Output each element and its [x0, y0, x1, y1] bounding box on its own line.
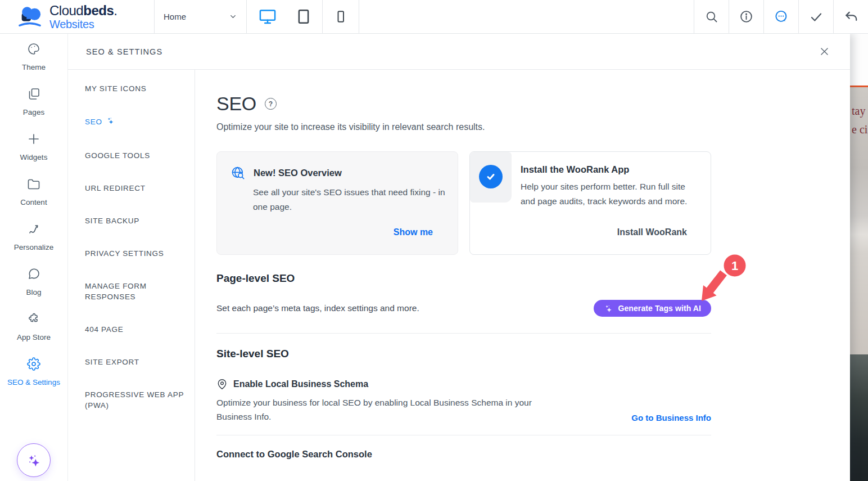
- seo-overview-card: New! SEO Overview See all your site's SE…: [216, 151, 458, 255]
- site-preview-strip: tay e ci: [850, 34, 868, 481]
- page-title: SEO: [216, 93, 256, 115]
- globe-search-icon: [230, 165, 246, 181]
- woorank-card: Install the WooRank App Help your sites …: [469, 151, 711, 255]
- search-button[interactable]: [694, 0, 729, 33]
- preview-photo-lower: [850, 354, 868, 481]
- menu-item-seo[interactable]: SEO: [85, 116, 184, 128]
- cloudbeds-logo: Cloudbeds. Websites: [0, 0, 155, 33]
- sidebar-item-app-store[interactable]: App Store: [0, 304, 67, 349]
- seo-content: SEO ? Optimize your site to increase its…: [195, 70, 850, 481]
- schema-title: Enable Local Business Schema: [233, 379, 368, 389]
- brand-wordmark: Cloudbeds. Websites: [49, 4, 117, 30]
- close-panel-button[interactable]: [816, 44, 832, 60]
- menu-item-manage-form-responses[interactable]: MANAGE FORM RESPONSES: [85, 281, 184, 302]
- panel-body: MY SITE ICONS SEO GOOGLE TOOLS URL REDIR…: [68, 70, 850, 481]
- sidebar-item-content[interactable]: Content: [0, 169, 67, 214]
- ai-sparkle-icon: [106, 119, 115, 127]
- woorank-logo-block: [470, 152, 512, 203]
- install-woorank-link[interactable]: Install WooRank: [617, 227, 687, 237]
- folder-icon: [27, 177, 40, 191]
- settings-menu: MY SITE ICONS SEO GOOGLE TOOLS URL REDIR…: [68, 70, 195, 481]
- check-icon: [809, 10, 824, 24]
- panel-header: SEO & SETTINGS: [68, 34, 850, 70]
- top-bar: Cloudbeds. Websites Home: [0, 0, 868, 34]
- gear-icon: [27, 357, 40, 371]
- card-title: New! SEO Overview: [254, 168, 342, 178]
- plus-icon: [27, 132, 40, 146]
- undo-icon: [844, 10, 858, 24]
- device-preview-phone: [323, 0, 359, 33]
- search-icon: [705, 10, 718, 24]
- feedback-button[interactable]: [763, 0, 798, 33]
- ai-assistant-button[interactable]: [17, 443, 51, 477]
- preview-text-fragment: tay: [852, 102, 868, 120]
- sidebar-item-seo-settings[interactable]: SEO & Settings: [0, 349, 67, 394]
- preview-text-fragment: e ci: [852, 120, 868, 139]
- menu-item-site-export[interactable]: SITE EXPORT: [85, 357, 184, 367]
- card-title: Install the WooRank App: [521, 164, 697, 175]
- path-icon: [27, 222, 40, 236]
- divider: [216, 333, 711, 334]
- sidebar-item-blog[interactable]: Blog: [0, 259, 67, 304]
- save-confirm-button[interactable]: [798, 0, 833, 33]
- site-level-seo-heading: Site-level SEO: [216, 348, 711, 360]
- card-description: See all your site's SEO issues that need…: [253, 185, 450, 214]
- palette-icon: [27, 42, 40, 56]
- schema-description: Optimize your business for local SEO by …: [216, 395, 565, 424]
- promo-cards: New! SEO Overview See all your site's SE…: [216, 151, 711, 255]
- topbar-actions: [694, 0, 868, 33]
- preview-photo-upper: tay e ci: [850, 87, 868, 354]
- sidebar-item-widgets[interactable]: Widgets: [0, 124, 67, 169]
- device-preview-switch: [247, 0, 323, 33]
- seo-settings-panel: SEO & SETTINGS MY SITE ICONS SEO GOOGLE …: [68, 34, 850, 481]
- menu-item-site-backup[interactable]: SITE BACKUP: [85, 215, 184, 226]
- chat-bubble-icon: [27, 267, 40, 281]
- menu-item-url-redirect[interactable]: URL REDIRECT: [85, 183, 184, 194]
- info-icon: [739, 10, 753, 24]
- sidebar-item-personalize[interactable]: Personalize: [0, 214, 67, 259]
- woorank-icon: [479, 165, 503, 188]
- mobile-icon[interactable]: [334, 7, 347, 26]
- sparkle-icon: [604, 304, 613, 313]
- menu-item-privacy-settings[interactable]: PRIVACY SETTINGS: [85, 248, 184, 259]
- divider: [216, 435, 711, 435]
- menu-item-404-page[interactable]: 404 PAGE: [85, 324, 184, 335]
- sidebar-item-theme[interactable]: Theme: [0, 34, 67, 79]
- tablet-icon[interactable]: [295, 7, 312, 26]
- pages-icon: [27, 87, 40, 101]
- app-body: Theme Pages Widgets Content Personalize: [0, 34, 868, 481]
- page-subtitle: Optimize your site to increase its visib…: [216, 122, 711, 132]
- sidebar-item-pages[interactable]: Pages: [0, 79, 67, 124]
- help-icon[interactable]: ?: [265, 98, 277, 110]
- google-search-console-heading: Connect to Google Search Console: [216, 449, 711, 460]
- left-rail: Theme Pages Widgets Content Personalize: [0, 34, 68, 481]
- show-me-link[interactable]: Show me: [394, 227, 433, 237]
- panel-title: SEO & SETTINGS: [86, 47, 162, 56]
- chevron-down-icon: [229, 12, 237, 21]
- menu-item-progressive-web-app[interactable]: PROGRESSIVE WEB APP (PWA): [85, 389, 184, 411]
- page-selector-dropdown[interactable]: Home: [155, 0, 247, 33]
- sparkles-icon: [26, 453, 42, 468]
- topbar-spacer: [359, 0, 694, 33]
- desktop-icon[interactable]: [257, 7, 278, 26]
- go-to-business-info-link[interactable]: Go to Business Info: [631, 413, 711, 422]
- chat-dots-icon: [774, 10, 788, 24]
- card-description: Help your sites perform better. Run full…: [521, 179, 697, 209]
- puzzle-icon: [27, 312, 40, 326]
- location-pin-icon: [216, 379, 228, 390]
- generate-tags-ai-button[interactable]: Generate Tags with AI: [594, 300, 711, 317]
- undo-button[interactable]: [833, 0, 868, 33]
- page-selector-value: Home: [164, 12, 186, 21]
- page-level-seo-heading: Page-level SEO: [216, 272, 711, 285]
- page-level-description: Set each page’s meta tags, index setting…: [216, 303, 419, 313]
- info-button[interactable]: [729, 0, 763, 33]
- menu-item-google-tools[interactable]: GOOGLE TOOLS: [85, 150, 184, 161]
- cloudbeds-cloud-icon: [16, 5, 44, 29]
- annotation-number: 1: [731, 259, 738, 273]
- menu-item-my-site-icons[interactable]: MY SITE ICONS: [85, 83, 184, 94]
